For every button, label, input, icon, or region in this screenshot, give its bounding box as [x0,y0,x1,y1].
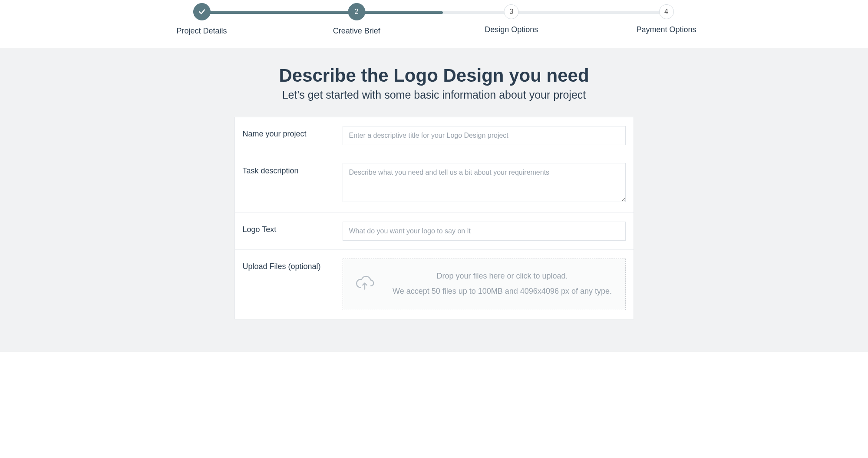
step-circle-active: 2 [348,3,365,20]
page-subtitle: Let's get started with some basic inform… [0,89,868,101]
project-name-input[interactable] [343,126,626,145]
task-description-input[interactable] [343,163,626,202]
step-circle-pending: 3 [504,4,519,19]
logo-text-label: Logo Text [243,222,343,234]
file-dropzone[interactable]: Drop your files here or click to upload.… [343,259,626,310]
task-description-label: Task description [243,163,343,176]
project-name-label: Name your project [243,126,343,139]
step-label: Project Details [176,27,227,36]
dropzone-text: Drop your files here or click to upload.… [388,269,617,298]
step-circle-done [193,3,210,20]
row-task-description: Task description [235,154,634,213]
row-upload-files: Upload Files (optional) Drop your files … [235,250,634,319]
row-logo-text: Logo Text [235,213,634,250]
stepper-track-fill [202,11,443,14]
step-payment-options[interactable]: 4 Payment Options [636,4,696,34]
content-area: Describe the Logo Design you need Let's … [0,48,868,352]
check-icon [198,8,205,16]
form-card: Name your project Task description Logo … [234,117,634,319]
step-label: Payment Options [636,25,696,34]
step-project-details[interactable]: Project Details [176,4,227,36]
dropzone-line1: Drop your files here or click to upload. [388,269,617,283]
step-label: Design Options [485,25,538,34]
page-title: Describe the Logo Design you need [0,65,868,86]
cloud-upload-icon [352,275,378,292]
stepper-section: Project Details 2 Creative Brief 3 Desig… [0,0,868,48]
dropzone-line2: We accept 50 files up to 100MB and 4096x… [388,285,617,298]
step-label: Creative Brief [333,27,380,36]
row-project-name: Name your project [235,117,634,154]
step-design-options[interactable]: 3 Design Options [485,4,538,34]
logo-text-input[interactable] [343,222,626,241]
step-circle-pending: 4 [659,4,673,19]
upload-files-label: Upload Files (optional) [243,259,343,271]
stepper: Project Details 2 Creative Brief 3 Desig… [193,4,675,35]
step-creative-brief[interactable]: 2 Creative Brief [333,4,380,36]
